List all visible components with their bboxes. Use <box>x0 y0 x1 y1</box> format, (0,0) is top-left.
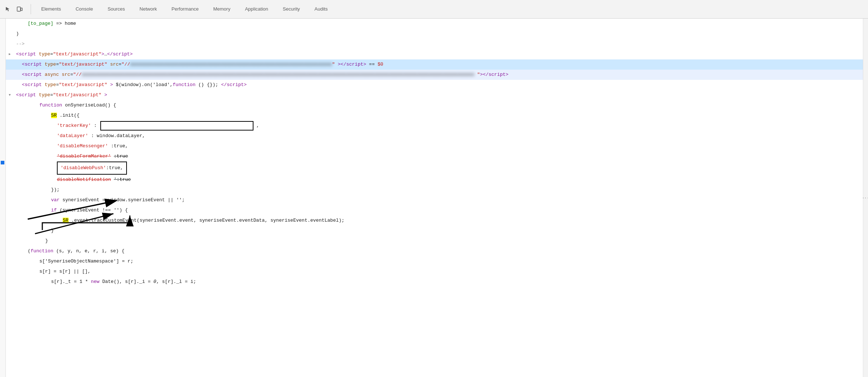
code-line-10: SR .init({ <box>6 110 863 121</box>
code-line-4: ▶ <script type="text/javascript">…</scri… <box>6 49 863 59</box>
code-line-18: var syneriseEvent = window.syneriseEvent… <box>6 195 863 205</box>
tab-audits[interactable]: Audits <box>307 0 335 19</box>
tab-application[interactable]: Application <box>238 0 276 19</box>
code-line-26: s[r]._t = 1 * new Date(), s[r]._i = 0, s… <box>6 277 863 287</box>
code-line-5: <script type="text/javascript" src="//xx… <box>6 59 863 70</box>
code-line-25: s[r] = s[r] || [], <box>6 267 863 277</box>
code-line-2: ) <box>6 29 863 39</box>
code-line-14: 'disableFormMarker' :true <box>6 151 863 162</box>
code-line-6: <script async src="//xxxxxxxxxxxxxxxxxxx… <box>6 70 863 80</box>
devtools-toolbar: Elements Console Sources Network Perform… <box>0 0 868 19</box>
code-line-7: <script type="text/javascript" > $(windo… <box>6 80 863 90</box>
svg-rect-0 <box>17 7 20 11</box>
code-line-17: }); <box>6 185 863 195</box>
code-line-13: 'disableMessenger' :true, <box>6 141 863 151</box>
breakpoint-dot <box>1 161 4 164</box>
code-line-12: 'dataLayer' : window.dataLayer, <box>6 131 863 141</box>
cursor-icon[interactable] <box>3 4 13 14</box>
code-line-21: } <box>6 226 863 236</box>
code-line-3: --> <box>6 39 863 49</box>
panel-resize-handle[interactable]: ⋮ <box>863 19 868 377</box>
code-line-15: 'disableWebPush':true, <box>6 162 863 175</box>
code-line-19: if (syneriseEvent !== '') { <box>6 205 863 215</box>
main-content: [to_page] => home ) --> ▶ <script type="… <box>0 19 868 377</box>
code-line-22: } <box>6 236 863 246</box>
code-line-23: (function (s, y, n, e, r, i, se) { <box>6 246 863 256</box>
tab-elements[interactable]: Elements <box>34 0 68 19</box>
tracker-key-value <box>100 121 253 131</box>
tab-memory[interactable]: Memory <box>206 0 238 19</box>
code-line-9: function onSyneriseLoad() { <box>6 100 863 110</box>
code-line-1: [to_page] => home <box>6 19 863 29</box>
tab-sources[interactable]: Sources <box>100 0 132 19</box>
toolbar-icons <box>3 4 31 14</box>
code-line-11: 'trackerKey' : , <box>6 121 863 131</box>
tab-security[interactable]: Security <box>275 0 307 19</box>
code-area: [to_page] => home ) --> ▶ <script type="… <box>6 19 863 377</box>
code-panel[interactable]: [to_page] => home ) --> ▶ <script type="… <box>6 19 863 287</box>
breakpoint-gutter <box>0 19 6 377</box>
code-line-20: SR .event.trackCustomEvent(syneriseEvent… <box>6 215 863 226</box>
device-icon[interactable] <box>15 4 25 14</box>
tab-network[interactable]: Network <box>132 0 164 19</box>
tab-performance[interactable]: Performance <box>164 0 206 19</box>
code-line-16: disableNotification ':true <box>6 175 863 185</box>
svg-rect-1 <box>21 8 22 11</box>
code-line-24: s['SyneriseObjectNamespace'] = r; <box>6 256 863 267</box>
code-line-8: ▼ <script type="text/javascript" > <box>6 90 863 100</box>
tab-console[interactable]: Console <box>68 0 100 19</box>
